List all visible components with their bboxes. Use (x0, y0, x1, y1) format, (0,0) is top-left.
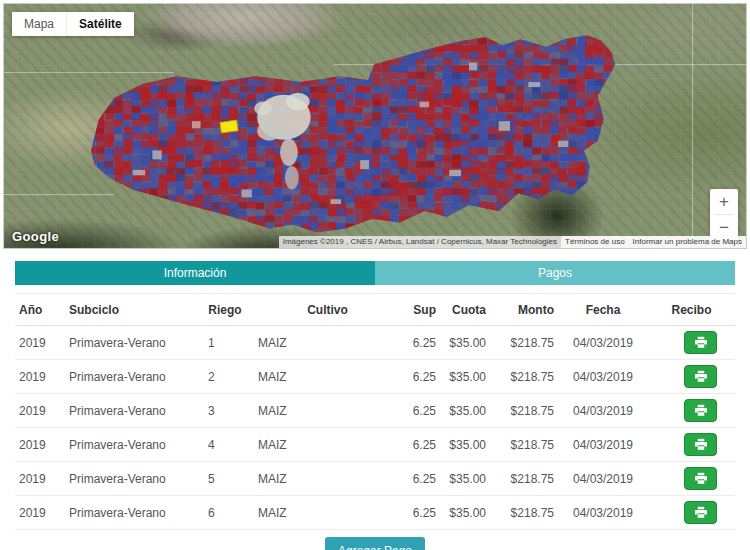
table-row: 2019Primavera-Verano1MAIZ6.25$35.00$218.… (15, 326, 735, 360)
selected-parcel-highlight[interactable] (220, 120, 238, 133)
cell-sup: 6.25 (405, 496, 440, 530)
cell-subciclo: Primavera-Verano (65, 360, 200, 394)
cell-subciclo: Primavera-Verano (65, 462, 200, 496)
zoom-in-button[interactable]: + (710, 189, 738, 214)
print-receipt-button[interactable] (684, 467, 717, 490)
cell-subciclo: Primavera-Verano (65, 496, 200, 530)
cell-anio: 2019 (15, 428, 65, 462)
cell-subciclo: Primavera-Verano (65, 326, 200, 360)
cell-fecha: 04/03/2019 (558, 394, 648, 428)
cell-recibo (648, 394, 735, 428)
printer-icon (694, 370, 708, 383)
print-receipt-button[interactable] (684, 433, 717, 456)
cell-recibo (648, 360, 735, 394)
cell-fecha: 04/03/2019 (558, 496, 648, 530)
printer-icon (694, 404, 708, 417)
print-receipt-button[interactable] (684, 365, 717, 388)
cell-recibo (648, 326, 735, 360)
tab-bar: Información Pagos (15, 261, 735, 285)
cell-cuota: $35.00 (440, 360, 490, 394)
cell-fecha: 04/03/2019 (558, 428, 648, 462)
cell-subciclo: Primavera-Verano (65, 428, 200, 462)
add-payment-button[interactable]: Agregar Pago (325, 537, 425, 550)
cell-subciclo: Primavera-Verano (65, 394, 200, 428)
payments-table: Año Subciclo Riego Cultivo Sup Cuota Mon… (15, 293, 735, 530)
printer-icon (694, 438, 708, 451)
printer-icon (694, 336, 708, 349)
cell-recibo (648, 496, 735, 530)
cell-anio: 2019 (15, 326, 65, 360)
cell-monto: $218.75 (490, 326, 558, 360)
header-riego: Riego (200, 294, 250, 326)
cell-cuota: $35.00 (440, 394, 490, 428)
header-fecha: Fecha (558, 294, 648, 326)
table-row: 2019Primavera-Verano6MAIZ6.25$35.00$218.… (15, 496, 735, 530)
cell-sup: 6.25 (405, 394, 440, 428)
map-attribution: Imágenes ©2019 , CNES / Airbus, Landsat … (279, 236, 746, 248)
district-parcels-overlay (4, 4, 746, 248)
map-type-control: Mapa Satélite (12, 12, 134, 36)
payments-table-body: 2019Primavera-Verano1MAIZ6.25$35.00$218.… (15, 326, 735, 530)
cell-sup: 6.25 (405, 462, 440, 496)
cell-fecha: 04/03/2019 (558, 360, 648, 394)
table-row: 2019Primavera-Verano5MAIZ6.25$35.00$218.… (15, 462, 735, 496)
cell-fecha: 04/03/2019 (558, 462, 648, 496)
print-receipt-button[interactable] (684, 399, 717, 422)
header-recibo: Recibo (648, 294, 735, 326)
cell-recibo (648, 462, 735, 496)
cell-cultivo: MAIZ (250, 326, 405, 360)
cell-fecha: 04/03/2019 (558, 326, 648, 360)
header-cultivo: Cultivo (250, 294, 405, 326)
cell-monto: $218.75 (490, 428, 558, 462)
map-type-map-button[interactable]: Mapa (12, 12, 66, 36)
report-map-problem-link[interactable]: Informar un problema de Maps (629, 236, 746, 248)
cell-riego: 6 (200, 496, 250, 530)
table-row: 2019Primavera-Verano3MAIZ6.25$35.00$218.… (15, 394, 735, 428)
cell-anio: 2019 (15, 360, 65, 394)
cell-monto: $218.75 (490, 496, 558, 530)
cell-cultivo: MAIZ (250, 496, 405, 530)
terms-of-use-link[interactable]: Términos de uso (561, 236, 629, 248)
header-subciclo: Subciclo (65, 294, 200, 326)
print-receipt-button[interactable] (684, 501, 717, 524)
tab-informacion[interactable]: Información (15, 261, 375, 285)
cell-cuota: $35.00 (440, 326, 490, 360)
table-row: 2019Primavera-Verano2MAIZ6.25$35.00$218.… (15, 360, 735, 394)
cell-cuota: $35.00 (440, 462, 490, 496)
cell-cultivo: MAIZ (250, 360, 405, 394)
header-monto: Monto (490, 294, 558, 326)
cell-recibo (648, 428, 735, 462)
cell-cuota: $35.00 (440, 428, 490, 462)
printer-icon (694, 506, 708, 519)
cell-riego: 4 (200, 428, 250, 462)
cell-anio: 2019 (15, 394, 65, 428)
table-footer: Agregar Pago (0, 537, 750, 550)
print-receipt-button[interactable] (684, 331, 717, 354)
cell-cuota: $35.00 (440, 496, 490, 530)
cell-cultivo: MAIZ (250, 428, 405, 462)
cell-riego: 3 (200, 394, 250, 428)
cell-riego: 1 (200, 326, 250, 360)
table-row: 2019Primavera-Verano4MAIZ6.25$35.00$218.… (15, 428, 735, 462)
cell-sup: 6.25 (405, 326, 440, 360)
cell-riego: 5 (200, 462, 250, 496)
header-sup: Sup (405, 294, 440, 326)
tab-pagos[interactable]: Pagos (375, 261, 735, 285)
cell-cultivo: MAIZ (250, 462, 405, 496)
cell-monto: $218.75 (490, 360, 558, 394)
cell-anio: 2019 (15, 462, 65, 496)
cell-sup: 6.25 (405, 428, 440, 462)
header-anio: Año (15, 294, 65, 326)
map-type-satellite-button[interactable]: Satélite (66, 12, 134, 36)
cell-anio: 2019 (15, 496, 65, 530)
map-canvas[interactable]: Mapa Satélite + − Google Imágenes ©2019 … (3, 3, 747, 249)
header-cuota: Cuota (440, 294, 490, 326)
cell-monto: $218.75 (490, 462, 558, 496)
imagery-credit: Imágenes ©2019 , CNES / Airbus, Landsat … (279, 236, 561, 248)
google-logo[interactable]: Google (12, 229, 59, 244)
printer-icon (694, 472, 708, 485)
cell-sup: 6.25 (405, 360, 440, 394)
zoom-control: + − (710, 189, 738, 240)
cell-riego: 2 (200, 360, 250, 394)
cell-monto: $218.75 (490, 394, 558, 428)
